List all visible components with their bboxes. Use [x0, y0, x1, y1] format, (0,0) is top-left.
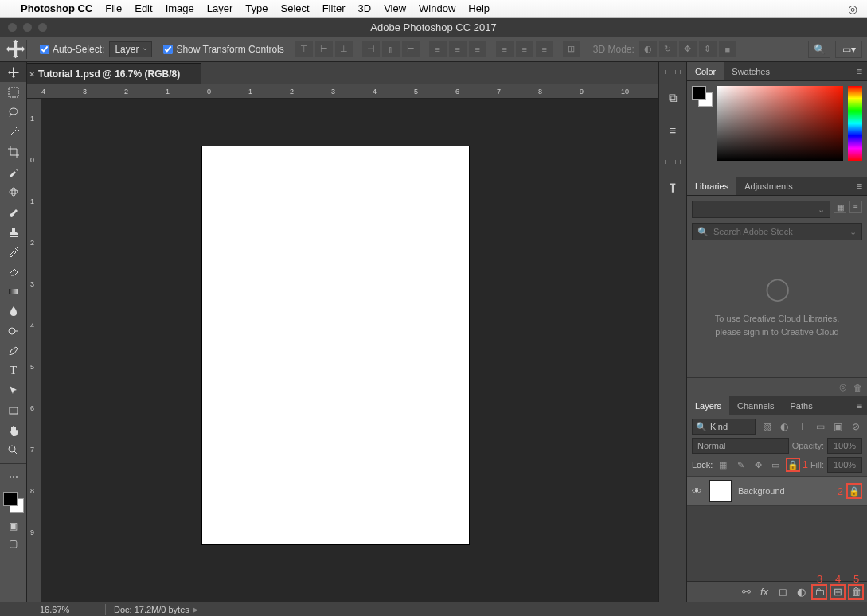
- traffic-close[interactable]: [8, 23, 17, 32]
- delete-layer-icon[interactable]: 🗑 5: [848, 584, 864, 600]
- layers-panel-menu-icon[interactable]: ≡: [852, 400, 867, 411]
- close-tab-icon[interactable]: ×: [29, 69, 34, 79]
- adjustment-layer-icon[interactable]: ◐: [793, 584, 809, 600]
- menu-edit[interactable]: Edit: [135, 2, 152, 14]
- opacity-value[interactable]: 100%: [827, 438, 862, 454]
- distribute-2-icon[interactable]: ≡: [449, 41, 467, 57]
- filter-adjust-icon[interactable]: ◐: [778, 419, 791, 434]
- menu-window[interactable]: Window: [419, 2, 455, 14]
- ruler-horizontal[interactable]: 4321012345678910: [41, 84, 658, 99]
- ruler-vertical[interactable]: 10123456789: [27, 99, 41, 602]
- menu-help[interactable]: Help: [468, 2, 490, 14]
- 3d-roll-icon[interactable]: ↻: [659, 41, 677, 57]
- lib-grid-view-icon[interactable]: ▦: [834, 201, 846, 213]
- healing-tool[interactable]: [0, 181, 26, 201]
- tab-channels[interactable]: Channels: [729, 396, 782, 415]
- lock-transparency-icon[interactable]: ▦: [716, 458, 730, 472]
- new-layer-icon[interactable]: ⊞ 4: [830, 584, 846, 600]
- distribute-3-icon[interactable]: ≡: [469, 41, 486, 57]
- workspace-switcher-icon[interactable]: ▭▾: [835, 41, 862, 58]
- align-top-icon[interactable]: ⊤: [295, 41, 313, 57]
- auto-select-target[interactable]: Layer: [109, 41, 152, 57]
- menu-type[interactable]: Type: [245, 2, 268, 14]
- status-zoom[interactable]: 16.67%: [40, 605, 97, 614]
- status-docinfo[interactable]: Doc: 17.2M/0 bytes: [114, 605, 189, 614]
- dodge-tool[interactable]: [0, 321, 26, 341]
- distribute-1-icon[interactable]: ≡: [429, 41, 447, 57]
- shape-tool[interactable]: [0, 400, 26, 420]
- traffic-zoom[interactable]: [38, 23, 47, 32]
- align-hcenter-icon[interactable]: ⫿: [382, 41, 400, 57]
- filter-toggle-icon[interactable]: ⊘: [849, 419, 862, 434]
- tab-adjustments[interactable]: Adjustments: [736, 177, 801, 195]
- menu-layer[interactable]: Layer: [207, 2, 233, 14]
- move-tool[interactable]: [0, 62, 26, 82]
- document-tab[interactable]: × Tutorial 1.psd @ 16.7% (RGB/8): [27, 63, 201, 84]
- search-icon[interactable]: 🔍: [808, 41, 830, 58]
- tab-color[interactable]: Color: [687, 62, 724, 80]
- layer-thumbnail[interactable]: [709, 480, 732, 502]
- hand-tool[interactable]: [0, 420, 26, 440]
- align-vcenter-icon[interactable]: ⊢: [315, 41, 333, 57]
- eraser-tool[interactable]: [0, 261, 26, 281]
- brush-tool[interactable]: [0, 201, 26, 221]
- new-group-icon[interactable]: 🗀 3: [811, 584, 827, 600]
- distribute-4-icon[interactable]: ≡: [496, 41, 514, 57]
- 3d-pan-icon[interactable]: ✥: [679, 41, 697, 57]
- layer-visibility-icon[interactable]: 👁: [692, 485, 703, 497]
- menu-filter[interactable]: Filter: [322, 2, 346, 14]
- current-tool-icon[interactable]: [5, 40, 27, 59]
- app-name[interactable]: Photoshop CC: [21, 2, 92, 14]
- auto-align-icon[interactable]: ⊞: [563, 41, 580, 57]
- lib-list-view-icon[interactable]: ≡: [849, 201, 862, 213]
- layer-lock-icon[interactable]: 🔒: [846, 483, 862, 499]
- show-transform-checkbox[interactable]: [163, 45, 173, 54]
- screenmode-icon[interactable]: ▢: [0, 535, 26, 552]
- tab-libraries[interactable]: Libraries: [687, 177, 736, 195]
- lock-artboard-icon[interactable]: ▭: [768, 458, 783, 472]
- canvas[interactable]: [202, 146, 469, 544]
- history-panel-icon[interactable]: ⧉: [663, 88, 682, 107]
- pen-tool[interactable]: [0, 341, 26, 361]
- align-left-icon[interactable]: ⊣: [362, 41, 380, 57]
- hue-slider[interactable]: [848, 86, 862, 161]
- blend-mode-select[interactable]: Normal: [692, 438, 789, 454]
- lock-all-icon[interactable]: 🔒: [786, 458, 800, 472]
- cc-sync-icon[interactable]: ◎: [839, 382, 847, 392]
- menu-3d[interactable]: 3D: [358, 2, 372, 14]
- menu-view[interactable]: View: [384, 2, 406, 14]
- eyedropper-tool[interactable]: [0, 162, 26, 181]
- trash-icon[interactable]: 🗑: [853, 383, 862, 392]
- 3d-slide-icon[interactable]: ⇕: [699, 41, 717, 57]
- auto-select-checkbox[interactable]: [40, 45, 49, 54]
- properties-panel-icon[interactable]: ≡: [663, 120, 682, 139]
- link-layers-icon[interactable]: ⚯: [738, 584, 754, 600]
- blur-tool[interactable]: [0, 301, 26, 321]
- align-right-icon[interactable]: ⊢: [402, 41, 420, 57]
- menu-select[interactable]: Select: [280, 2, 309, 14]
- color-panel-menu-icon[interactable]: ≡: [852, 66, 867, 77]
- marquee-tool[interactable]: [0, 82, 26, 102]
- layer-mask-icon[interactable]: ◻: [775, 584, 791, 600]
- filter-type-icon[interactable]: T: [796, 419, 809, 434]
- color-mini-swatch[interactable]: [692, 86, 713, 107]
- filter-shape-icon[interactable]: ▭: [814, 419, 826, 434]
- align-bottom-icon[interactable]: ⊥: [335, 41, 353, 57]
- path-select-tool[interactable]: [0, 380, 26, 400]
- libraries-panel-menu-icon[interactable]: ≡: [852, 181, 867, 192]
- 3d-orbit-icon[interactable]: ◐: [639, 41, 657, 57]
- color-swatches[interactable]: [0, 490, 26, 517]
- lock-pixels-icon[interactable]: ✎: [733, 458, 748, 472]
- foreground-swatch[interactable]: [3, 492, 18, 506]
- chevron-right-icon[interactable]: ▶: [193, 606, 198, 614]
- distribute-5-icon[interactable]: ≡: [516, 41, 533, 57]
- stamp-tool[interactable]: [0, 221, 26, 241]
- tab-swatches[interactable]: Swatches: [724, 62, 778, 80]
- gradient-tool[interactable]: [0, 281, 26, 301]
- magic-wand-tool[interactable]: [0, 122, 26, 142]
- fill-value[interactable]: 100%: [827, 457, 862, 473]
- zoom-tool[interactable]: [0, 440, 26, 460]
- history-brush-tool[interactable]: [0, 241, 26, 261]
- quickmask-icon[interactable]: ▣: [0, 517, 26, 535]
- type-tool[interactable]: T: [0, 361, 26, 380]
